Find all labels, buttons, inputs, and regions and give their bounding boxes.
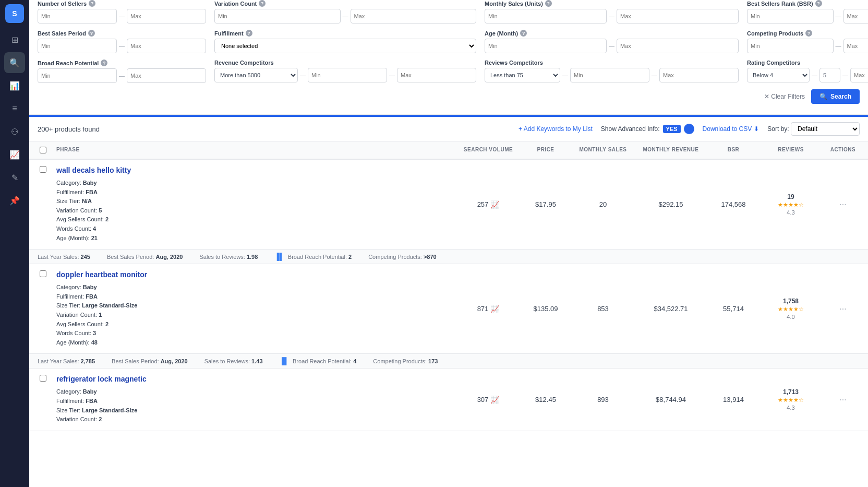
age-max-input[interactable] <box>617 39 739 53</box>
product-title-1[interactable]: wall decals hello kitty <box>56 166 453 174</box>
variation-min-input[interactable] <box>214 9 341 23</box>
monthly-sales-max-input[interactable] <box>617 9 739 23</box>
age-min-input[interactable] <box>485 39 607 53</box>
reviews-competitors-min-input[interactable] <box>570 68 649 82</box>
product-title-3[interactable]: refrigerator lock magnetic <box>56 375 453 383</box>
sidebar-item-search[interactable]: 🔍 <box>4 52 25 73</box>
filter-variation-count: Variation Count ? — <box>214 0 476 23</box>
competing-max-input[interactable] <box>843 39 869 53</box>
th-bsr: BSR <box>707 141 760 159</box>
trend-icon-3[interactable]: 📈 <box>490 396 499 404</box>
broad-reach-min-input[interactable] <box>38 68 117 83</box>
price-2: $135.09 <box>520 264 572 353</box>
row-checkbox-input-3[interactable] <box>40 375 46 382</box>
search-button[interactable]: 🔍 Search <box>811 89 860 104</box>
monthly-sales-1: 20 <box>572 160 634 249</box>
help-icon-age[interactable]: ? <box>520 30 527 37</box>
best-sales-max-input[interactable] <box>127 39 206 53</box>
row-checkbox-1 <box>33 160 52 249</box>
rating-competitors-max-input[interactable] <box>850 68 868 82</box>
product-meta-3: Category: Baby Fulfillment: FBA Size Tie… <box>56 387 453 424</box>
more-actions-button-2[interactable]: ··· <box>839 304 846 314</box>
bsr-separator: — <box>836 13 841 19</box>
filter-rating-competitors: Rating Competitors Below 4 Below 3 Below… <box>747 60 868 83</box>
row-checkbox-2 <box>33 264 52 353</box>
monthly-sales-3: 893 <box>572 369 634 430</box>
sidebar-item-pin[interactable]: 📌 <box>4 190 25 211</box>
revenue-competitors-max-input[interactable] <box>397 68 476 82</box>
revenue-competitors-separator: — <box>300 72 306 78</box>
sidebar-item-edit[interactable]: ✎ <box>4 167 25 188</box>
price-1: $17.95 <box>520 160 572 249</box>
help-icon-competing[interactable]: ? <box>805 30 812 37</box>
broad-reach-separator: — <box>119 73 125 79</box>
actions-1: ··· <box>822 160 864 249</box>
reviews-competitors-select[interactable]: Less than 75 Less than 100 Less than 500… <box>485 68 560 82</box>
product-table: PHRASE SEARCH VOLUME PRICE MONTHLY SALES… <box>29 141 868 431</box>
help-icon-best-sales-period[interactable]: ? <box>88 30 95 37</box>
filter-range-bsr: — <box>747 9 868 23</box>
th-phrase: PHRASE <box>52 141 457 159</box>
sellers-max-input[interactable] <box>127 9 206 23</box>
filter-bsr: Best Sellers Rank (BSR) ? — <box>747 0 868 23</box>
filter-revenue-competitors: Revenue Competitors More than 5000 More … <box>214 60 476 83</box>
product-phrase-2: doppler heartbeat monitor Category: Baby… <box>52 264 457 353</box>
help-icon-sellers[interactable]: ? <box>89 0 95 7</box>
sidebar-item-connections[interactable]: ⚇ <box>4 121 25 142</box>
rating-competitors-value-input[interactable] <box>819 68 840 82</box>
filter-label-sellers: Number of Sellers ? <box>38 0 206 7</box>
monthly-sales-min-input[interactable] <box>485 9 607 23</box>
sidebar-item-trends[interactable]: 📈 <box>4 144 25 165</box>
table-row: wall decals hello kitty Category: Baby F… <box>29 160 868 264</box>
price-3: $12.45 <box>520 369 572 430</box>
filter-label-fulfillment: Fulfillment ? <box>214 30 476 37</box>
sidebar-item-analytics[interactable]: 📊 <box>4 75 25 96</box>
row-checkbox-input-1[interactable] <box>40 166 46 173</box>
bsr-max-input[interactable] <box>843 9 869 23</box>
help-icon-monthly-sales[interactable]: ? <box>545 0 552 7</box>
stars-1: ★★★★☆ <box>778 201 804 208</box>
product-phrase-3: refrigerator lock magnetic Category: Bab… <box>52 369 457 430</box>
download-icon: ⬇ <box>754 125 759 133</box>
help-icon-bsr[interactable]: ? <box>815 0 822 7</box>
variation-max-input[interactable] <box>351 9 477 23</box>
product-main-3: refrigerator lock magnetic Category: Bab… <box>29 369 868 430</box>
competing-min-input[interactable] <box>747 39 834 53</box>
sidebar: S ⊞ 🔍 📊 ≡ ⚇ 📈 ✎ 📌 <box>0 0 29 487</box>
bsr-min-input[interactable] <box>747 9 834 23</box>
reviews-3: 1,713 ★★★★☆ 4.3 <box>760 369 822 430</box>
product-title-2[interactable]: doppler heartbeat monitor <box>56 270 453 279</box>
sidebar-item-lists[interactable]: ≡ <box>4 98 25 119</box>
stars-3: ★★★★☆ <box>778 397 804 403</box>
trend-icon-1[interactable]: 📈 <box>490 200 499 209</box>
more-actions-button-3[interactable]: ··· <box>839 395 846 405</box>
best-sales-min-input[interactable] <box>38 39 117 53</box>
advanced-info-toggle-circle[interactable] <box>684 124 694 134</box>
reviews-competitors-max-input[interactable] <box>659 68 739 82</box>
monthly-sales-separator: — <box>609 13 614 19</box>
revenue-competitors-min-input[interactable] <box>308 68 387 82</box>
revenue-competitors-select[interactable]: More than 5000 More than 1000 More than … <box>214 68 298 82</box>
download-csv-button[interactable]: Download to CSV ⬇ <box>703 125 760 133</box>
add-keywords-button[interactable]: + Add Keywords to My List <box>519 125 593 133</box>
filter-range-competing: — <box>747 39 868 53</box>
select-all-checkbox[interactable] <box>40 147 46 153</box>
fulfillment-select[interactable]: None selected FBA FBM <box>214 39 476 53</box>
help-icon-broad-reach[interactable]: ? <box>101 60 107 66</box>
filter-grid: Number of Sellers ? — Variation Count ? <box>38 0 860 83</box>
help-icon-variation[interactable]: ? <box>259 0 266 7</box>
trend-icon-2[interactable]: 📈 <box>490 305 499 313</box>
more-actions-button-1[interactable]: ··· <box>839 200 846 209</box>
sidebar-item-dashboard[interactable]: ⊞ <box>4 29 25 50</box>
broad-reach-max-input[interactable] <box>127 68 206 83</box>
monthly-sales-2: 853 <box>572 264 634 353</box>
row-checkbox-input-2[interactable] <box>40 270 46 277</box>
clear-filters-button[interactable]: ✕ Clear Filters <box>764 93 805 100</box>
actions-3: ··· <box>822 369 864 430</box>
sort-select[interactable]: Default Search Volume Monthly Revenue <box>791 122 860 136</box>
sellers-min-input[interactable] <box>38 9 117 23</box>
row-checkbox-3 <box>33 369 52 430</box>
filter-range-revenue-competitors: More than 5000 More than 1000 More than … <box>214 68 476 82</box>
help-icon-fulfillment[interactable]: ? <box>246 30 252 37</box>
rating-competitors-select[interactable]: Below 4 Below 3 Below 5 <box>747 68 810 82</box>
